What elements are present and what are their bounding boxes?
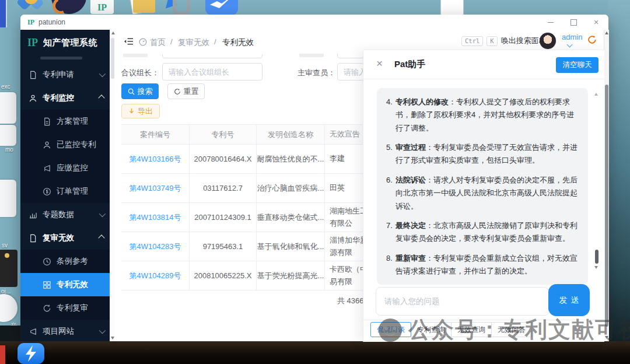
search-button[interactable]: 搜索 bbox=[121, 83, 159, 99]
group-leader-input[interactable] bbox=[162, 63, 262, 80]
scroll-down-arrow[interactable] bbox=[605, 336, 608, 339]
kbd-ctrl: Ctrl bbox=[461, 36, 483, 46]
title-cell: 耐腐蚀性优良的不... bbox=[257, 145, 325, 173]
breadcrumb-home[interactable]: 首页 bbox=[150, 37, 166, 48]
assistant-panel: × Pat助手 清空聊天 4. 专利权人的修改：专利权人提交了修改后的权利要求书… bbox=[363, 50, 604, 342]
scroll-up-arrow[interactable] bbox=[111, 32, 115, 34]
sidebar-item-topic-data[interactable]: 专题数据 bbox=[20, 203, 110, 226]
scrollbar-thumb[interactable] bbox=[111, 38, 114, 79]
desktop-icon-sliver[interactable] bbox=[0, 294, 18, 322]
col-patent-no: 专利号 bbox=[190, 125, 257, 144]
send-button[interactable]: 发送 bbox=[548, 284, 590, 316]
desktop-icon-sliver[interactable] bbox=[0, 125, 16, 146]
brand-name: 知产管理系统 bbox=[43, 37, 97, 48]
chip-invalid-qa[interactable]: 无效问答 bbox=[491, 322, 532, 337]
desktop-icon-sliver[interactable] bbox=[0, 345, 5, 364]
sidebar-item-plan-management[interactable]: 方案管理 bbox=[20, 110, 110, 133]
patent-no-cell: 200810065225.X bbox=[190, 261, 257, 290]
minimize-button[interactable] bbox=[539, 15, 562, 30]
scroll-down-arrow[interactable] bbox=[111, 337, 114, 340]
file-lines-icon bbox=[43, 117, 51, 126]
close-icon[interactable]: × bbox=[376, 58, 383, 69]
desktop-icon-sliver[interactable] bbox=[0, 92, 16, 124]
search-panel-hint[interactable]: Ctrl K 唤出搜索面板 bbox=[461, 36, 547, 46]
dark-circle-app-icon[interactable] bbox=[51, 0, 86, 14]
chip-patent-query[interactable]: 专利查询 bbox=[411, 322, 452, 337]
col-case-no: 案件编号 bbox=[121, 125, 190, 144]
breadcrumb-separator: / bbox=[214, 37, 216, 46]
collapse-menu-icon[interactable] bbox=[124, 37, 134, 46]
sidebar-item-monitored-patents[interactable]: 已监控专利 bbox=[20, 133, 110, 156]
patent-no-cell: 200710124309.1 bbox=[190, 203, 257, 232]
clear-chat-button[interactable]: 清空聊天 bbox=[556, 57, 598, 73]
sidebar-item-patent-monitor[interactable]: 专利监控 bbox=[20, 86, 110, 110]
clock-icon bbox=[43, 257, 51, 266]
username[interactable]: admin bbox=[562, 33, 582, 41]
patent-no-cell: 97195463.1 bbox=[190, 232, 257, 261]
sidebar-item-reexam-invalid[interactable]: 复审无效 bbox=[20, 226, 110, 250]
col-invention-title: 发明创造名称 bbox=[257, 125, 325, 144]
refresh-page-icon[interactable] bbox=[587, 35, 597, 44]
desktop-icon-sliver[interactable] bbox=[0, 180, 16, 217]
case-link[interactable]: 第4W104289号 bbox=[130, 271, 181, 281]
clip-arrow-icon[interactable] bbox=[163, 0, 189, 14]
desktop-shadow bbox=[0, 326, 20, 343]
quick-chips: 侃侃而谈 专利查询 无效查询 无效问答 bbox=[371, 322, 532, 337]
desktop-label: exc bbox=[1, 83, 10, 90]
sidebar-item-order-management[interactable]: 订单管理 bbox=[20, 180, 110, 203]
sidebar-item-patent-reexam[interactable]: 专利复审 bbox=[20, 296, 110, 320]
sidebar-item-clipped[interactable] bbox=[20, 55, 110, 63]
assistant-list-item: 8. 重新审查：专利复审委员会重新成立合议组，对无效宣告请求案进行审查，并作出了… bbox=[386, 252, 579, 278]
assistant-list-item: 9. 创造性评述：合议组对权利要求的创造性进行了 bbox=[386, 284, 579, 285]
scrollbar-thumb[interactable] bbox=[605, 85, 608, 327]
chevron-down-icon bbox=[99, 211, 106, 217]
refresh-icon bbox=[43, 304, 51, 313]
file-icon bbox=[29, 234, 37, 243]
close-button[interactable]: × bbox=[584, 15, 608, 30]
sidebar-item-project-website[interactable]: 项目网站 bbox=[20, 320, 110, 341]
sidebar-item-due-monitor[interactable]: 应缴监控 bbox=[20, 156, 110, 180]
bird-app-icon[interactable] bbox=[205, 0, 238, 15]
assistant-title: Pat助手 bbox=[394, 59, 425, 70]
lightning-app-icon[interactable] bbox=[18, 343, 44, 364]
breadcrumb-current: 专利无效 bbox=[222, 37, 254, 48]
person-icon bbox=[43, 141, 51, 149]
sidebar-item-regulation-reference[interactable]: 条例参考 bbox=[20, 250, 110, 273]
chat-scroll-up-arrow[interactable] bbox=[594, 91, 598, 96]
sunrise-app-icon[interactable] bbox=[16, 0, 46, 15]
clipped-input[interactable] bbox=[162, 54, 262, 58]
title-cell: 垂直移动类仓储式... bbox=[257, 203, 325, 232]
desktop-icon-sliver[interactable] bbox=[0, 250, 18, 287]
export-button[interactable]: 导出 bbox=[121, 104, 160, 118]
case-link[interactable]: 第4W103814号 bbox=[130, 212, 181, 223]
sidebar-item-patent-application[interactable]: 专利申请 bbox=[20, 63, 110, 86]
chat-scrollbar-thumb[interactable] bbox=[595, 250, 598, 264]
document-file-icon[interactable] bbox=[440, 0, 464, 15]
case-link[interactable]: 第4W104283号 bbox=[130, 242, 181, 252]
main-scrollbar[interactable] bbox=[604, 30, 609, 341]
sidebar-item-patent-invalid[interactable]: 专利无效 bbox=[20, 273, 110, 296]
maximize-button[interactable] bbox=[562, 15, 585, 30]
window-title: patunion bbox=[38, 18, 65, 26]
patent-no-cell: 03117612.7 bbox=[190, 174, 257, 202]
breadcrumb-section[interactable]: 复审无效 bbox=[178, 37, 209, 48]
folder-icon[interactable] bbox=[130, 0, 155, 14]
send-icon bbox=[29, 327, 37, 336]
scroll-up-arrow[interactable] bbox=[605, 32, 608, 34]
chip-invalid-query[interactable]: 无效查询 bbox=[451, 322, 492, 337]
reset-button[interactable]: 重置 bbox=[167, 83, 205, 99]
assistant-list-item: 7. 最终决定：北京市高级人民法院撤销了原审判决和专利复审委员会的决定，要求专利… bbox=[386, 219, 579, 246]
chat-scroll-down-arrow[interactable] bbox=[594, 266, 598, 269]
case-link[interactable]: 第4W103749号 bbox=[130, 183, 181, 194]
case-link[interactable]: 第4W103166号 bbox=[130, 154, 181, 164]
question-input[interactable] bbox=[376, 287, 549, 316]
ip-app-icon[interactable]: IP bbox=[90, 0, 114, 14]
window-titlebar: IP patunion bbox=[20, 15, 608, 30]
breadcrumb-separator: / bbox=[170, 37, 173, 46]
download-arrow-icon bbox=[128, 108, 135, 114]
desktop-icon-partial[interactable] bbox=[0, 0, 7, 27]
sidebar-brand: IP 知产管理系统 bbox=[20, 30, 110, 55]
chart-icon bbox=[29, 211, 37, 219]
avatar[interactable] bbox=[540, 33, 556, 49]
chip-casual-chat[interactable]: 侃侃而谈 bbox=[370, 322, 411, 337]
